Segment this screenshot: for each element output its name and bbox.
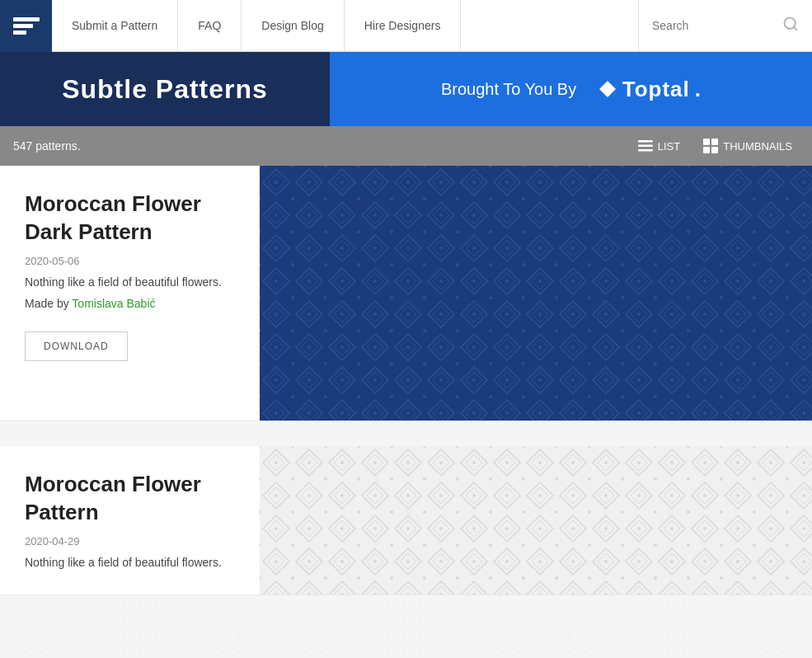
svg-rect-0: [13, 17, 40, 21]
svg-rect-1: [13, 24, 33, 28]
author-link[interactable]: Tomislava Babić: [72, 297, 155, 310]
toptal-text: Toptal: [622, 77, 690, 102]
svg-line-4: [794, 27, 797, 31]
nav-submit-pattern[interactable]: Submit a Pattern: [52, 0, 178, 51]
view-options: LIST THUMBNAILS: [631, 135, 799, 157]
pattern-count: 547 patterns.: [13, 139, 631, 153]
spacer: [0, 421, 812, 446]
thumbnails-view-label: THUMBNAILS: [723, 140, 792, 153]
thumbnails-view-button[interactable]: THUMBNAILS: [697, 135, 799, 157]
nav-links: Submit a Pattern FAQ Design Blog Hire De…: [52, 0, 638, 51]
pattern-info: Moroccan Flower Pattern 2020-04-29 Nothi…: [0, 446, 260, 595]
svg-rect-21: [260, 166, 812, 421]
banner-tagline: Brought To You By Toptal .: [441, 77, 701, 102]
pattern-description: Nothing like a field of beautiful flower…: [25, 275, 235, 289]
svg-rect-2: [13, 31, 26, 35]
pattern-name: Moroccan Flower Dark Pattern: [25, 190, 235, 247]
toptal-logo: Toptal .: [598, 77, 701, 102]
svg-rect-12: [711, 147, 718, 153]
download-button[interactable]: DOWNLOAD: [25, 331, 128, 361]
navigation: Submit a Pattern FAQ Design Blog Hire De…: [0, 0, 812, 52]
svg-rect-7: [638, 145, 653, 148]
banner-tagline-text: Brought To You By: [441, 80, 576, 99]
list-view-label: LIST: [658, 140, 680, 153]
site-logo[interactable]: [0, 0, 52, 52]
pattern-description: Nothing like a field of beautiful flower…: [25, 556, 235, 569]
banner-right: Brought To You By Toptal .: [330, 52, 812, 126]
banner: Subtle Patterns Brought To You By Toptal…: [0, 52, 812, 126]
pattern-row: Moroccan Flower Dark Pattern 2020-05-06 …: [0, 166, 812, 421]
pattern-name: Moroccan Flower Pattern: [25, 471, 235, 527]
pattern-preview-dark: [260, 166, 812, 421]
pattern-info: Moroccan Flower Dark Pattern 2020-05-06 …: [0, 166, 260, 421]
svg-rect-30: [260, 446, 812, 595]
nav-design-blog[interactable]: Design Blog: [242, 0, 345, 51]
toolbar: 547 patterns. LIST THUMBNAILS: [0, 126, 812, 166]
pattern-author: Made by Tomislava Babić: [25, 297, 235, 310]
svg-rect-11: [703, 147, 710, 153]
pattern-date: 2020-04-29: [25, 535, 235, 548]
svg-rect-9: [703, 139, 710, 145]
pattern-row: Moroccan Flower Pattern 2020-04-29 Nothi…: [0, 446, 812, 595]
svg-marker-5: [599, 81, 616, 97]
search-icon: [782, 16, 799, 35]
svg-rect-10: [711, 139, 718, 145]
svg-rect-8: [638, 149, 653, 152]
banner-title: Subtle Patterns: [62, 74, 268, 105]
banner-left: Subtle Patterns: [0, 52, 330, 126]
search-input[interactable]: [652, 19, 776, 32]
patterns-list: Moroccan Flower Dark Pattern 2020-05-06 …: [0, 166, 812, 595]
nav-faq[interactable]: FAQ: [178, 0, 242, 51]
list-view-button[interactable]: LIST: [631, 137, 687, 156]
pattern-preview-light: [260, 446, 812, 595]
search-area: [638, 0, 812, 51]
nav-hire-designers[interactable]: Hire Designers: [345, 0, 462, 51]
pattern-date: 2020-05-06: [25, 255, 235, 267]
svg-rect-6: [638, 140, 653, 143]
